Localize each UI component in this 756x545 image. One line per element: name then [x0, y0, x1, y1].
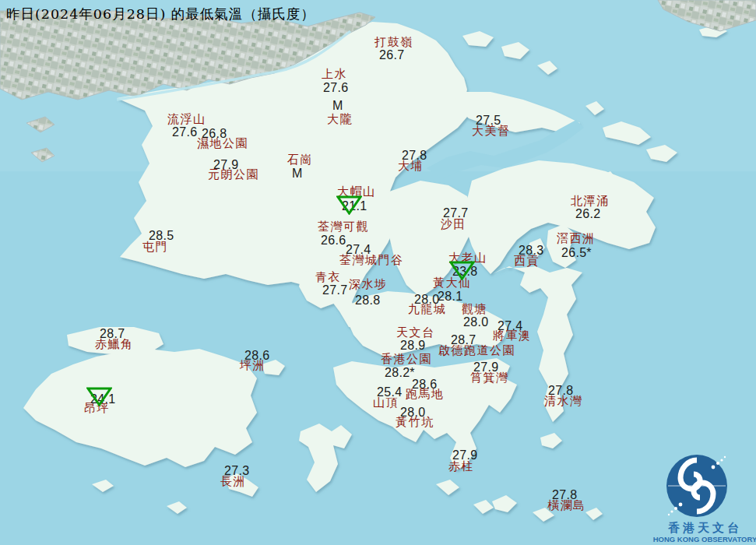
map-title: 昨日(2024年06月28日) 的最低氣溫（攝氏度） — [6, 5, 315, 23]
station-value: 26.5* — [561, 247, 592, 259]
station-label: 荃灣可觀 — [318, 221, 369, 233]
hko-logo: 香港天文台 HONG KONG OBSERVATORY — [654, 436, 756, 545]
extreme-low-marker-icon — [86, 387, 112, 406]
station-label: 大隴 — [327, 114, 353, 125]
station-value: 27.5 — [476, 114, 501, 127]
station-value: 28.0 — [463, 316, 488, 329]
station-label: 沙田 — [441, 219, 466, 230]
station-value: M — [332, 100, 343, 112]
station-value: 26.2 — [575, 208, 600, 220]
station-label: 長洲 — [220, 476, 246, 487]
station-label: 赤柱 — [448, 461, 474, 473]
extreme-low-marker-icon — [449, 261, 475, 280]
station-value: 28.6 — [244, 350, 269, 362]
station-value: 27.9 — [473, 361, 498, 374]
station-value: 28.8 — [355, 294, 380, 307]
station-value: 27.8 — [402, 149, 427, 162]
station-value: M — [292, 167, 303, 180]
station-label: 赤鱲角 — [95, 339, 134, 350]
station-value: 28.2* — [385, 367, 415, 379]
station-label: 打鼓嶺 — [374, 37, 413, 48]
station-value: 28.0 — [400, 406, 425, 419]
station-label: 青衣 — [315, 272, 341, 283]
station-label: 天文台 — [396, 327, 435, 339]
station-value: 28.7 — [451, 334, 476, 346]
station-value: 28.0 — [414, 294, 439, 306]
station-value: 26.8 — [202, 128, 227, 140]
station-label: 山頂 — [373, 397, 399, 409]
weather-map-canvas: 昨日(2024年06月28日) 的最低氣溫（攝氏度） 打鼓嶺26.7上水27.6… — [0, 0, 756, 545]
hko-logo-english: HONG KONG OBSERVATORY — [652, 535, 756, 543]
station-value: 27.7 — [322, 284, 347, 297]
station-value: 27.6 — [172, 126, 197, 139]
station-value: 28.9 — [400, 339, 425, 352]
station-value: 26.7 — [379, 49, 404, 62]
station-label: 屯門 — [142, 241, 168, 253]
station-value: 28.5 — [149, 230, 174, 242]
station-value: 27.6 — [323, 82, 348, 94]
station-label: 流浮山 — [167, 114, 206, 125]
station-value: 28.6 — [412, 378, 437, 391]
station-label: 大美督 — [472, 125, 511, 137]
station-value: 25.4 — [377, 386, 402, 399]
hko-logo-chinese: 香港天文台 — [654, 521, 756, 536]
station-label: 筲箕灣 — [470, 372, 509, 384]
station-value: 27.9 — [452, 449, 477, 462]
station-label: 深水埗 — [349, 279, 388, 290]
station-label: 石崗 — [287, 154, 313, 166]
station-value: 28.3 — [519, 244, 543, 257]
station-label: 滘西洲 — [557, 233, 596, 244]
station-label: 大埔 — [398, 160, 424, 172]
station-label: 上水 — [322, 69, 347, 80]
station-value: 27.3 — [224, 465, 249, 477]
station-label: 觀塘 — [462, 304, 487, 315]
station-value: 27.9 — [213, 159, 238, 171]
station-value: 26.6 — [321, 234, 346, 247]
station-value: 27.4 — [346, 244, 371, 256]
extreme-low-marker-icon — [336, 195, 362, 215]
stations-layer: 打鼓嶺26.7上水27.6大隴M流浮山27.6濕地公園26.8元朗公園27.9石… — [0, 0, 756, 545]
station-label: 荃灣城門谷 — [339, 255, 404, 266]
station-value: 27.8 — [548, 385, 573, 397]
station-value: 27.7 — [443, 207, 468, 220]
station-value: 27.8 — [552, 489, 577, 501]
station-label: 北潭涌 — [571, 195, 610, 207]
station-label: 清水灣 — [544, 396, 583, 407]
station-label: 西貢 — [514, 255, 540, 267]
station-value: 28.7 — [100, 328, 125, 340]
station-value: 28.1 — [438, 290, 462, 303]
station-value: 27.4 — [498, 320, 522, 332]
station-label: 啟德跑道公園 — [438, 345, 515, 357]
station-label: 香港公園 — [381, 353, 432, 365]
hko-logo-icon — [654, 436, 756, 522]
station-label: 橫瀾島 — [547, 500, 586, 512]
